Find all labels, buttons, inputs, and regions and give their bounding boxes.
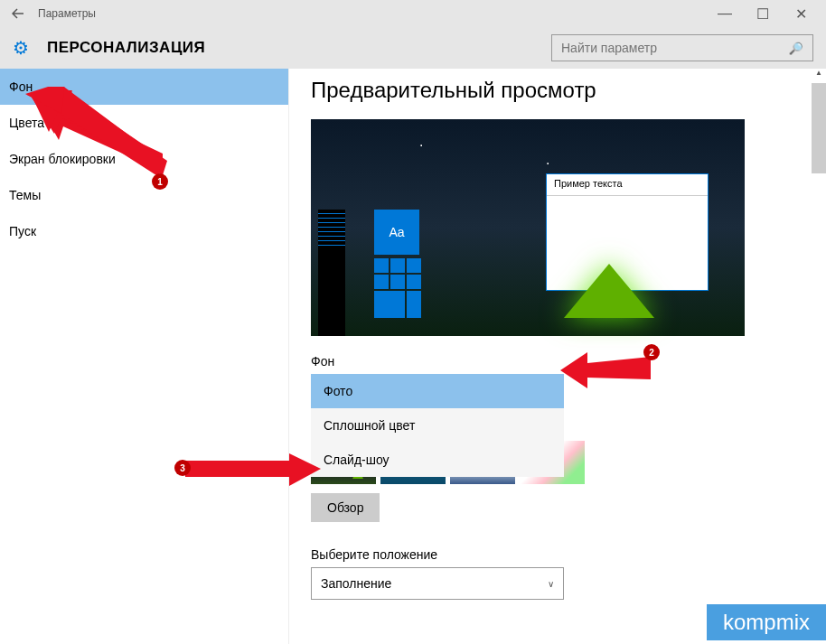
minimize-button[interactable]: —	[714, 5, 736, 23]
close-button[interactable]: ✕	[790, 5, 812, 23]
search-input[interactable]	[561, 41, 789, 55]
annotation-arrow-3	[185, 453, 321, 486]
preview-start-tiles: Aa	[374, 210, 446, 336]
background-label: Фон	[311, 354, 804, 369]
fit-value: Заполнение	[321, 576, 391, 591]
background-dropdown[interactable]: Фото Сплошной цвет Слайд-шоу	[311, 374, 564, 477]
content: Предварительный просмотр Aa Пример текст…	[289, 69, 826, 644]
window-controls: — ☐ ✕	[714, 5, 819, 23]
fit-label: Выберите положение	[311, 547, 804, 562]
scrollbar[interactable]	[812, 83, 826, 173]
preview-title: Предварительный просмотр	[311, 78, 804, 103]
scroll-up-arrow[interactable]: ▲	[812, 69, 826, 83]
watermark: kompmix	[707, 604, 826, 640]
sidebar-item-start[interactable]: Пуск	[0, 213, 288, 249]
svg-marker-6	[185, 453, 321, 486]
annotation-arrow-1b	[25, 87, 170, 195]
dropdown-option-photo[interactable]: Фото	[311, 374, 564, 408]
fit-select[interactable]: Заполнение ∨	[311, 567, 564, 600]
dropdown-option-solid[interactable]: Сплошной цвет	[311, 408, 564, 443]
browse-button[interactable]: Обзор	[311, 493, 380, 522]
window-title: Параметры	[38, 7, 96, 20]
gear-icon: ⚙	[13, 37, 29, 59]
titlebar: Параметры — ☐ ✕	[0, 0, 826, 27]
preview-tile-aa: Aa	[374, 210, 419, 255]
maximize-button[interactable]: ☐	[752, 5, 774, 23]
chevron-down-icon: ∨	[548, 579, 554, 589]
search-icon: 🔍	[789, 42, 803, 55]
svg-marker-5	[560, 352, 651, 388]
preview-tent	[564, 264, 654, 318]
annotation-badge-1: 1	[152, 173, 168, 190]
annotation-badge-3: 3	[174, 460, 191, 476]
annotation-badge-2: 2	[643, 344, 660, 360]
preview-sample-text: Пример текста	[547, 174, 708, 196]
header-title: ПЕРСОНАЛИЗАЦИЯ	[47, 39, 205, 57]
back-button[interactable]	[7, 3, 29, 24]
preview-image: Aa Пример текста	[311, 119, 745, 336]
search-box[interactable]: 🔍	[551, 34, 813, 61]
header: ⚙ ПЕРСОНАЛИЗАЦИЯ 🔍	[0, 27, 826, 69]
dropdown-option-slideshow[interactable]: Слайд-шоу	[311, 443, 564, 477]
